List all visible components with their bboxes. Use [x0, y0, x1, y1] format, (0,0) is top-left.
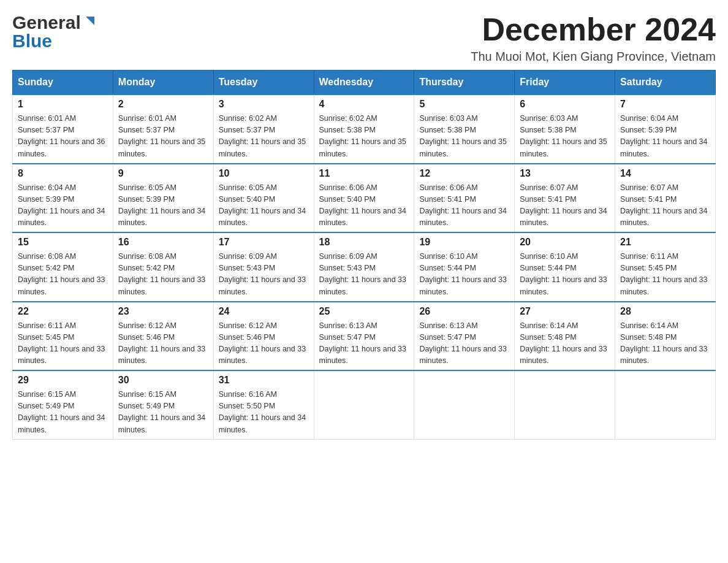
weekday-header: Saturday: [615, 71, 716, 95]
calendar-day-cell: 21 Sunrise: 6:11 AMSunset: 5:45 PMDaylig…: [615, 232, 716, 302]
calendar-day-cell: 13 Sunrise: 6:07 AMSunset: 5:41 PMDaylig…: [515, 164, 615, 233]
day-number: 17: [219, 237, 309, 248]
day-info: Sunrise: 6:01 AMSunset: 5:37 PMDaylight:…: [118, 114, 205, 158]
day-info: Sunrise: 6:04 AMSunset: 5:39 PMDaylight:…: [18, 183, 105, 227]
day-number: 23: [118, 306, 208, 317]
calendar-day-cell: 5 Sunrise: 6:03 AMSunset: 5:38 PMDayligh…: [414, 94, 515, 164]
calendar-day-cell: 7 Sunrise: 6:04 AMSunset: 5:39 PMDayligh…: [615, 94, 716, 164]
calendar-day-cell: 18 Sunrise: 6:09 AMSunset: 5:43 PMDaylig…: [314, 232, 414, 302]
calendar-week-row: 1 Sunrise: 6:01 AMSunset: 5:37 PMDayligh…: [13, 94, 716, 164]
day-number: 28: [620, 306, 710, 317]
calendar-day-cell: 26 Sunrise: 6:13 AMSunset: 5:47 PMDaylig…: [414, 302, 515, 371]
calendar-day-cell: 25 Sunrise: 6:13 AMSunset: 5:47 PMDaylig…: [314, 302, 414, 371]
logo: General Blue: [12, 12, 97, 52]
day-number: 9: [118, 168, 208, 179]
weekday-header: Monday: [113, 71, 213, 95]
calendar-day-cell: 20 Sunrise: 6:10 AMSunset: 5:44 PMDaylig…: [515, 232, 615, 302]
day-info: Sunrise: 6:03 AMSunset: 5:38 PMDaylight:…: [520, 114, 607, 158]
day-info: Sunrise: 6:03 AMSunset: 5:38 PMDaylight:…: [419, 114, 506, 158]
day-info: Sunrise: 6:11 AMSunset: 5:45 PMDaylight:…: [18, 321, 105, 365]
calendar-day-cell: 15 Sunrise: 6:08 AMSunset: 5:42 PMDaylig…: [13, 232, 113, 302]
day-info: Sunrise: 6:06 AMSunset: 5:40 PMDaylight:…: [319, 183, 406, 227]
month-title: December 2024: [471, 12, 716, 47]
day-info: Sunrise: 6:10 AMSunset: 5:44 PMDaylight:…: [419, 252, 506, 296]
day-info: Sunrise: 6:12 AMSunset: 5:46 PMDaylight:…: [219, 321, 306, 365]
day-number: 3: [219, 99, 309, 110]
day-number: 1: [18, 99, 108, 110]
day-number: 27: [520, 306, 610, 317]
calendar-day-cell: 16 Sunrise: 6:08 AMSunset: 5:42 PMDaylig…: [113, 232, 213, 302]
day-number: 24: [219, 306, 309, 317]
day-info: Sunrise: 6:13 AMSunset: 5:47 PMDaylight:…: [419, 321, 506, 365]
weekday-header: Sunday: [13, 71, 113, 95]
calendar-day-cell: [515, 370, 615, 439]
day-info: Sunrise: 6:16 AMSunset: 5:50 PMDaylight:…: [219, 390, 306, 434]
day-number: 14: [620, 168, 710, 179]
page-header: General Blue December 2024 Thu Muoi Mot,…: [12, 12, 716, 64]
day-number: 8: [18, 168, 108, 179]
calendar-day-cell: 3 Sunrise: 6:02 AMSunset: 5:37 PMDayligh…: [213, 94, 314, 164]
calendar-day-cell: 11 Sunrise: 6:06 AMSunset: 5:40 PMDaylig…: [314, 164, 414, 233]
day-info: Sunrise: 6:05 AMSunset: 5:39 PMDaylight:…: [118, 183, 205, 227]
day-info: Sunrise: 6:15 AMSunset: 5:49 PMDaylight:…: [118, 390, 205, 434]
day-info: Sunrise: 6:08 AMSunset: 5:42 PMDaylight:…: [18, 252, 105, 296]
calendar-day-cell: 12 Sunrise: 6:06 AMSunset: 5:41 PMDaylig…: [414, 164, 515, 233]
day-info: Sunrise: 6:11 AMSunset: 5:45 PMDaylight:…: [620, 252, 707, 296]
day-number: 6: [520, 99, 610, 110]
calendar-day-cell: 19 Sunrise: 6:10 AMSunset: 5:44 PMDaylig…: [414, 232, 515, 302]
day-number: 31: [219, 375, 309, 386]
day-number: 12: [419, 168, 509, 179]
calendar-day-cell: [615, 370, 716, 439]
day-number: 11: [319, 168, 409, 179]
weekday-header: Tuesday: [213, 71, 314, 95]
calendar-week-row: 29 Sunrise: 6:15 AMSunset: 5:49 PMDaylig…: [13, 370, 716, 439]
day-info: Sunrise: 6:12 AMSunset: 5:46 PMDaylight:…: [118, 321, 205, 365]
day-number: 13: [520, 168, 610, 179]
title-section: December 2024 Thu Muoi Mot, Kien Giang P…: [471, 12, 716, 64]
logo-general-text: General: [12, 12, 81, 33]
day-info: Sunrise: 6:10 AMSunset: 5:44 PMDaylight:…: [520, 252, 607, 296]
calendar-day-cell: 30 Sunrise: 6:15 AMSunset: 5:49 PMDaylig…: [113, 370, 213, 439]
day-number: 20: [520, 237, 610, 248]
calendar-header-row: SundayMondayTuesdayWednesdayThursdayFrid…: [13, 71, 716, 95]
day-number: 2: [118, 99, 208, 110]
day-info: Sunrise: 6:14 AMSunset: 5:48 PMDaylight:…: [520, 321, 607, 365]
logo-blue-text: Blue: [12, 31, 97, 52]
location-title: Thu Muoi Mot, Kien Giang Province, Vietn…: [471, 50, 716, 64]
day-number: 29: [18, 375, 108, 386]
calendar-week-row: 8 Sunrise: 6:04 AMSunset: 5:39 PMDayligh…: [13, 164, 716, 233]
day-number: 26: [419, 306, 509, 317]
svg-marker-0: [86, 17, 94, 25]
weekday-header: Wednesday: [314, 71, 414, 95]
calendar-week-row: 15 Sunrise: 6:08 AMSunset: 5:42 PMDaylig…: [13, 232, 716, 302]
calendar-day-cell: 1 Sunrise: 6:01 AMSunset: 5:37 PMDayligh…: [13, 94, 113, 164]
day-info: Sunrise: 6:09 AMSunset: 5:43 PMDaylight:…: [219, 252, 306, 296]
calendar-table: SundayMondayTuesdayWednesdayThursdayFrid…: [12, 70, 716, 440]
calendar-week-row: 22 Sunrise: 6:11 AMSunset: 5:45 PMDaylig…: [13, 302, 716, 371]
day-info: Sunrise: 6:06 AMSunset: 5:41 PMDaylight:…: [419, 183, 506, 227]
day-number: 21: [620, 237, 710, 248]
day-info: Sunrise: 6:15 AMSunset: 5:49 PMDaylight:…: [18, 390, 105, 434]
logo-triangle-icon: [83, 14, 97, 30]
calendar-day-cell: 31 Sunrise: 6:16 AMSunset: 5:50 PMDaylig…: [213, 370, 314, 439]
day-info: Sunrise: 6:01 AMSunset: 5:37 PMDaylight:…: [18, 114, 105, 158]
calendar-day-cell: 27 Sunrise: 6:14 AMSunset: 5:48 PMDaylig…: [515, 302, 615, 371]
day-info: Sunrise: 6:13 AMSunset: 5:47 PMDaylight:…: [319, 321, 406, 365]
calendar-day-cell: 29 Sunrise: 6:15 AMSunset: 5:49 PMDaylig…: [13, 370, 113, 439]
calendar-day-cell: 10 Sunrise: 6:05 AMSunset: 5:40 PMDaylig…: [213, 164, 314, 233]
day-info: Sunrise: 6:07 AMSunset: 5:41 PMDaylight:…: [620, 183, 707, 227]
day-number: 18: [319, 237, 409, 248]
day-number: 4: [319, 99, 409, 110]
day-info: Sunrise: 6:05 AMSunset: 5:40 PMDaylight:…: [219, 183, 306, 227]
day-number: 10: [219, 168, 309, 179]
day-number: 19: [419, 237, 509, 248]
day-info: Sunrise: 6:07 AMSunset: 5:41 PMDaylight:…: [520, 183, 607, 227]
day-number: 30: [118, 375, 208, 386]
calendar-day-cell: 23 Sunrise: 6:12 AMSunset: 5:46 PMDaylig…: [113, 302, 213, 371]
day-info: Sunrise: 6:09 AMSunset: 5:43 PMDaylight:…: [319, 252, 406, 296]
day-number: 25: [319, 306, 409, 317]
calendar-day-cell: [314, 370, 414, 439]
day-info: Sunrise: 6:14 AMSunset: 5:48 PMDaylight:…: [620, 321, 707, 365]
day-number: 15: [18, 237, 108, 248]
day-number: 5: [419, 99, 509, 110]
